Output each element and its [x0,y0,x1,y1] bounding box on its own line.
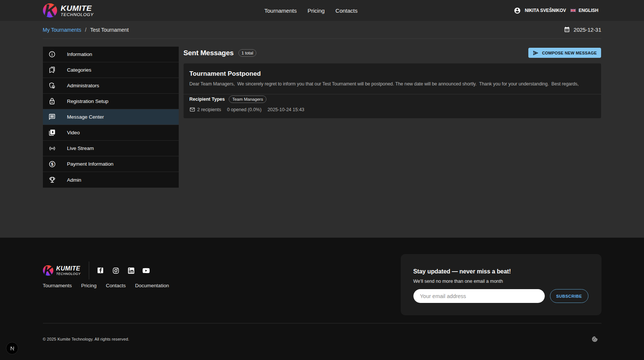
svg-text:$: $ [51,162,53,166]
svg-text:K: K [44,3,57,18]
svg-text:K: K [44,265,53,276]
